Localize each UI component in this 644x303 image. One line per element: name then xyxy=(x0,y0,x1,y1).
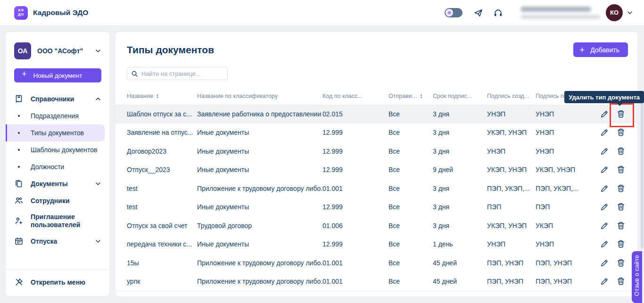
sidebar-item-label: Справочники xyxy=(31,95,74,103)
edit-button[interactable] xyxy=(600,277,609,286)
unpin-menu-button[interactable]: Открепить меню xyxy=(6,269,109,296)
cell-term: 3 дня xyxy=(433,147,487,155)
cell-name: Шаблон отпуск за с... xyxy=(127,110,197,118)
send-feedback-button[interactable] xyxy=(473,8,483,18)
delete-button[interactable] xyxy=(616,147,626,156)
bullet-icon xyxy=(18,115,20,117)
delete-button[interactable] xyxy=(616,165,626,174)
column-header-term[interactable]: Срок подпис... xyxy=(433,93,487,99)
chevron-down-icon xyxy=(627,10,633,16)
sidebar-item-tipy-dokumentov[interactable]: Типы документов xyxy=(6,124,105,141)
new-document-label: Новый документ xyxy=(33,72,83,79)
cell-sender: Все xyxy=(388,240,433,248)
table-row[interactable]: Договор2023 Иные документы 12.999 Все 3 … xyxy=(116,142,637,161)
delete-button[interactable] xyxy=(616,202,626,212)
search-icon xyxy=(131,70,138,77)
table-row[interactable]: test Приложение к трудовому договору либ… xyxy=(116,179,637,198)
table-row[interactable]: Отпуск__2023 Иные документы 12.999 Все 9… xyxy=(116,161,637,180)
cell-sign-created: УНЭП xyxy=(487,240,536,248)
cell-classifier: Заявление работника о предоставлении ... xyxy=(197,110,322,118)
cell-term: 45 дней xyxy=(433,278,487,285)
support-button[interactable] xyxy=(493,8,503,18)
table-row[interactable]: передача техники с... Иные документы 12.… xyxy=(116,235,637,254)
cell-name: test xyxy=(127,185,197,192)
table-row[interactable]: Заявление на отпус... Иные документы 12.… xyxy=(116,123,637,142)
table-header: Название ▲▼ Название по классификатору К… xyxy=(116,88,637,105)
cell-sender: Все xyxy=(388,259,433,267)
cell-classifier: Иные документы xyxy=(197,147,322,155)
column-header-code[interactable]: Код по класс... xyxy=(322,93,388,99)
delete-button[interactable] xyxy=(616,277,626,286)
org-selector[interactable]: ОА ООО "АСофт" xyxy=(6,32,109,59)
app-logo: КЭ ДО xyxy=(14,6,28,20)
cell-sign-created: ПЭП xyxy=(487,203,536,211)
delete-button[interactable] xyxy=(616,239,626,249)
edit-button[interactable] xyxy=(600,128,609,137)
delete-button[interactable] xyxy=(616,109,626,119)
cell-sender: Все xyxy=(388,185,433,192)
bullet-icon xyxy=(18,149,20,151)
pencil-icon xyxy=(600,277,609,286)
delete-button[interactable] xyxy=(616,221,626,230)
delete-button[interactable] xyxy=(616,128,626,137)
sidebar-item-priglashenie[interactable]: Приглашение пользователей xyxy=(6,209,109,233)
edit-button[interactable] xyxy=(600,109,609,119)
user-block[interactable]: КО xyxy=(521,4,634,21)
user-name-blurred xyxy=(521,7,600,19)
search-input[interactable] xyxy=(141,70,223,77)
sidebar-item-label: Документы xyxy=(31,180,68,188)
delete-tooltip: Удалить тип документа xyxy=(564,91,644,103)
new-document-button[interactable]: + Новый документ xyxy=(14,68,101,82)
column-header-name[interactable]: Название ▲▼ xyxy=(127,93,197,99)
sidebar-item-podrazdeleniya[interactable]: Подразделения xyxy=(6,107,109,124)
column-header-classifier[interactable]: Название по классификатору xyxy=(197,93,322,99)
table-row[interactable]: Отпуск за свой счет Трудовой договор 01.… xyxy=(116,216,637,235)
column-header-sign-created[interactable]: Подпись созд... xyxy=(487,93,536,99)
user-email-blur-bar xyxy=(521,15,600,19)
sidebar-item-spravochniki[interactable]: Справочники xyxy=(6,90,109,107)
theme-toggle[interactable]: ❄ xyxy=(445,8,462,17)
edit-button[interactable] xyxy=(600,165,609,174)
sidebar-item-otpuska[interactable]: Отпуска xyxy=(6,233,109,250)
sidebar-item-dokumenty[interactable]: Документы xyxy=(6,175,109,192)
cell-sign-created: УКЭП, УНЭП xyxy=(487,166,536,173)
cell-sign-created: ПЭП, УНЭП xyxy=(487,278,536,285)
plus-icon: + xyxy=(22,69,27,79)
cell-sender: Все xyxy=(388,222,433,229)
site-feedback-button[interactable]: Отзыв о сайте xyxy=(632,251,642,303)
cell-sign-created: ПЭП, УНЭП xyxy=(487,259,536,267)
edit-button[interactable] xyxy=(600,221,609,230)
pencil-icon xyxy=(600,221,609,230)
sidebar-item-dolzhnosti[interactable]: Должности xyxy=(6,158,109,175)
bullet-icon xyxy=(18,166,20,168)
table-row[interactable]: 15ы Приложение к трудовому договору либо… xyxy=(116,254,637,272)
sidebar-item-label: Сотрудники xyxy=(31,197,70,205)
sort-icon[interactable]: ▲▼ xyxy=(420,93,422,99)
sidebar-item-shablony-dokumentov[interactable]: Шаблоны документов xyxy=(6,141,109,158)
edit-button[interactable] xyxy=(600,147,609,156)
column-header-sender[interactable]: Отправи... ▲▼ xyxy=(388,93,433,99)
table-row[interactable]: урпк Приложение к трудовому договору либ… xyxy=(116,272,637,291)
user-avatar[interactable]: КО xyxy=(606,4,623,21)
table-row[interactable]: test Иные документы 12.999 Все 3 дня ПЭП… xyxy=(116,198,637,217)
cell-code: 01.001 xyxy=(322,259,388,267)
table-row[interactable]: Шаблон отпуск за с... Заявление работник… xyxy=(116,105,637,123)
cell-code: 01.006 xyxy=(322,222,388,229)
chevron-up-icon xyxy=(95,96,101,102)
edit-button[interactable] xyxy=(600,184,609,193)
sidebar-item-sotrudniki[interactable]: Сотрудники xyxy=(6,192,109,209)
search-box xyxy=(127,67,228,80)
sort-icon[interactable]: ▲▼ xyxy=(156,93,159,99)
scrollbar-thumb[interactable] xyxy=(641,90,644,248)
delete-button[interactable] xyxy=(616,184,626,193)
trash-icon xyxy=(616,109,626,119)
user-menu-caret[interactable] xyxy=(626,9,634,16)
cell-sign-received: ПЭП xyxy=(536,203,590,211)
edit-button[interactable] xyxy=(600,202,609,212)
bullet-icon xyxy=(18,132,20,134)
add-button[interactable]: + Добавить xyxy=(573,42,628,57)
delete-button[interactable] xyxy=(616,258,626,268)
edit-button[interactable] xyxy=(600,258,609,268)
edit-button[interactable] xyxy=(600,239,609,249)
cell-sign-created: УКЭП, УНЭП xyxy=(487,129,536,136)
